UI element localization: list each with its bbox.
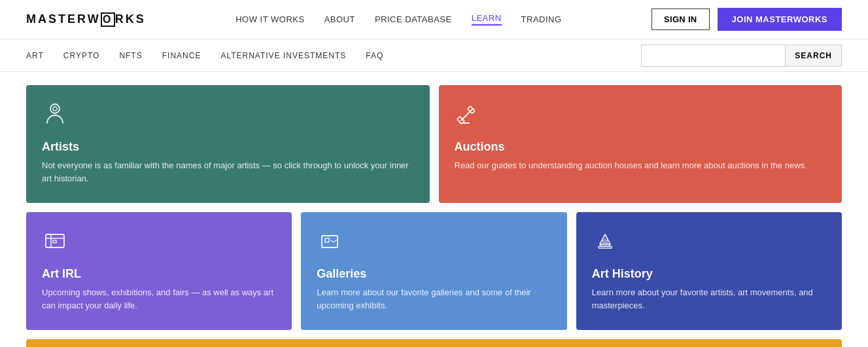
card-artists[interactable]: Artists Not everyone is as familiar with…	[26, 85, 430, 203]
artists-title: Artists	[42, 140, 414, 154]
sub-nav-nfts[interactable]: NFTS	[119, 51, 142, 60]
artirl-icon	[42, 228, 276, 259]
header-actions: SIGN IN JOIN MASTERWORKS	[651, 8, 842, 31]
auctions-title: Auctions	[455, 140, 827, 154]
join-button[interactable]: JOIN MASTERWORKS	[718, 8, 842, 31]
sub-nav-finance[interactable]: FINANCE	[162, 51, 201, 60]
galleries-icon	[317, 228, 551, 259]
main-content: Artists Not everyone is as familiar with…	[0, 72, 868, 347]
card-galleries[interactable]: Galleries Learn more about our favorite …	[301, 212, 566, 330]
nav-about[interactable]: ABOUT	[324, 14, 355, 24]
nav-price-database[interactable]: PRICE DATABASE	[375, 14, 452, 24]
search-button[interactable]: SEARCH	[785, 45, 842, 67]
arthistory-desc: Learn more about your favorite artists, …	[592, 286, 826, 312]
top-card-row: Artists Not everyone is as familiar with…	[26, 85, 842, 203]
arthistory-icon	[592, 228, 826, 259]
galleries-title: Galleries	[317, 267, 551, 281]
card-art-irl[interactable]: Art IRL Upcoming shows, exhibitions, and…	[26, 212, 292, 330]
search-area: SEARCH	[641, 45, 842, 67]
nav-trading[interactable]: TRADING	[521, 14, 562, 24]
arthistory-title: Art History	[592, 267, 826, 281]
main-nav: HOW IT WORKS ABOUT PRICE DATABASE LEARN …	[235, 13, 561, 26]
logo[interactable]: MASTERWORKS	[26, 12, 146, 27]
bottom-card-row: Museums	[26, 339, 842, 347]
sign-in-button[interactable]: SIGN IN	[651, 9, 710, 30]
artists-desc: Not everyone is as familiar with the nam…	[42, 159, 414, 185]
nav-learn[interactable]: LEARN	[472, 13, 502, 26]
card-auctions[interactable]: Auctions Read our guides to understandin…	[439, 85, 842, 203]
sub-nav-links: ART CRYPTO NFTS FINANCE ALTERNATIVE INVE…	[26, 51, 383, 60]
card-art-history[interactable]: Art History Learn more about your favori…	[576, 212, 842, 330]
svg-point-0	[50, 104, 60, 113]
logo-o: O	[101, 12, 115, 27]
sub-nav-alternative-investments[interactable]: ALTERNATIVE INVESTMENTS	[220, 51, 346, 60]
svg-point-1	[53, 107, 57, 111]
galleries-desc: Learn more about our favorite galleries …	[317, 286, 551, 312]
auctions-icon	[455, 101, 827, 132]
nav-how-it-works[interactable]: HOW IT WORKS	[235, 14, 304, 24]
sub-nav: ART CRYPTO NFTS FINANCE ALTERNATIVE INVE…	[0, 39, 868, 72]
svg-rect-8	[53, 240, 56, 243]
card-museums[interactable]: Museums	[26, 339, 842, 347]
header: MASTERWORKS HOW IT WORKS ABOUT PRICE DAT…	[0, 0, 868, 39]
logo-text-after: RKS	[115, 12, 146, 26]
artists-icon	[42, 101, 414, 132]
sub-nav-crypto[interactable]: CRYPTO	[63, 51, 100, 60]
sub-nav-art[interactable]: ART	[26, 51, 44, 60]
search-input[interactable]	[641, 45, 785, 67]
artirl-title: Art IRL	[42, 267, 276, 281]
artirl-desc: Upcoming shows, exhibitions, and fairs —…	[42, 286, 276, 312]
sub-nav-faq[interactable]: FAQ	[366, 51, 383, 60]
auctions-desc: Read our guides to understanding auction…	[455, 159, 827, 172]
svg-rect-10	[325, 238, 329, 242]
svg-rect-5	[46, 234, 64, 247]
logo-text-before: MASTERW	[26, 12, 101, 26]
middle-card-row: Art IRL Upcoming shows, exhibitions, and…	[26, 212, 842, 330]
